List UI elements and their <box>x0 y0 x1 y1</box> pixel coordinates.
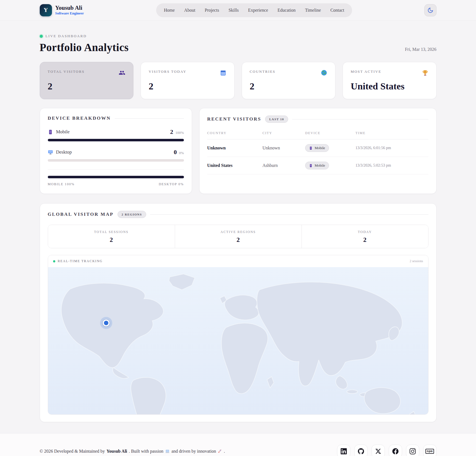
stat-value: 2 <box>48 81 126 92</box>
column-header-city: CITY <box>263 131 305 135</box>
device-percent: 100% <box>175 131 184 135</box>
laptop-icon <box>165 449 170 454</box>
theme-toggle-button[interactable] <box>424 4 437 16</box>
users-icon <box>119 69 125 76</box>
social-links: npm <box>337 445 437 456</box>
desktop-icon <box>48 150 53 155</box>
stat-card-visitors-today[interactable]: VISITORS TODAY 2 <box>141 62 235 99</box>
visitor-city: Ashburn <box>263 163 305 168</box>
sessions-count: 2 sessions <box>410 259 423 263</box>
trophy-icon <box>422 69 428 76</box>
divider <box>48 169 184 170</box>
visitor-country: Unknown <box>207 146 263 151</box>
recent-visitors-title: RECENT VISITORS <box>207 116 261 122</box>
nav-item-timeline[interactable]: Timeline <box>301 6 325 15</box>
x-icon <box>375 448 381 454</box>
divider <box>150 214 428 215</box>
logo[interactable]: Y <box>40 4 52 16</box>
author-name: Yousub Ali <box>106 449 127 454</box>
column-header-device: DEVICE <box>305 131 355 135</box>
table-row: United States Ashburn Mobile 13/3/2026, … <box>207 157 428 174</box>
stat-value: 2 <box>149 81 226 92</box>
site-footer: © 2026 Developed & Maintained by Yousub … <box>0 433 476 456</box>
column-header-country: COUNTRY <box>207 131 263 135</box>
device-row-mobile: Mobile 2 100% <box>48 128 184 141</box>
calendar-icon <box>220 69 226 76</box>
linkedin-icon <box>341 448 347 454</box>
stat-label: VISITORS TODAY <box>149 69 186 74</box>
tracking-status-dot <box>53 260 55 262</box>
nav-item-experience[interactable]: Experience <box>244 6 272 15</box>
github-button[interactable] <box>354 445 368 456</box>
rocket-icon <box>218 449 222 454</box>
combined-device-bar <box>48 176 184 178</box>
npm-button[interactable]: npm <box>423 445 437 456</box>
instagram-button[interactable] <box>406 445 419 456</box>
tracking-label: REAL-TIME TRACKING <box>58 259 103 263</box>
moon-icon <box>427 7 433 13</box>
device-label: Mobile <box>56 129 70 135</box>
mobile-progress-bar <box>48 139 184 141</box>
desktop-progress-bar <box>48 159 184 162</box>
mobile-icon <box>309 164 313 167</box>
recent-visitors-panel: RECENT VISITORS LAST 10 COUNTRY CITY DEV… <box>199 108 437 194</box>
facebook-button[interactable] <box>389 445 402 456</box>
device-count: 0 <box>174 149 177 156</box>
globe-icon <box>321 69 327 76</box>
mobile-icon <box>48 129 53 135</box>
device-chip: Mobile <box>305 144 329 152</box>
desktop-summary-label: DESKTOP 0% <box>159 182 184 186</box>
divider <box>115 118 184 119</box>
map-frame: REAL-TIME TRACKING 2 sessions <box>48 255 428 415</box>
map-stat-total-sessions: TOTAL SESSIONS 2 <box>48 225 175 248</box>
device-row-desktop: Desktop 0 0% <box>48 149 184 162</box>
npm-icon: npm <box>425 449 434 454</box>
regions-badge: 2 REGIONS <box>118 211 146 218</box>
nav-item-skills[interactable]: Skills <box>225 6 242 15</box>
stat-card-most-active[interactable]: MOST ACTIVE United States <box>343 62 437 99</box>
stat-value: 2 <box>250 81 328 92</box>
global-visitor-map-panel: GLOBAL VISITOR MAP 2 REGIONS TOTAL SESSI… <box>40 203 437 422</box>
stat-label: TOTAL VISITORS <box>48 69 85 74</box>
visitor-country: United States <box>207 163 263 168</box>
mobile-summary-label: MOBILE 100% <box>48 182 75 186</box>
brand-role: Software Engineer <box>55 11 84 16</box>
stat-label: MOST ACTIVE <box>351 69 381 74</box>
nav-item-about[interactable]: About <box>180 6 199 15</box>
column-header-time: TIME <box>355 131 428 135</box>
page-title: Portfolio Analytics <box>40 41 129 54</box>
page-head: LIVE DASHBOARD Portfolio Analytics Fri, … <box>40 34 437 54</box>
device-count: 2 <box>170 128 173 136</box>
instagram-icon <box>410 448 416 454</box>
brand[interactable]: Y Yousub Ali Software Engineer <box>40 4 84 16</box>
map-title: GLOBAL VISITOR MAP <box>48 212 114 217</box>
site-header: Y Yousub Ali Software Engineer Home Abou… <box>0 0 476 21</box>
main-nav: Home About Projects Skills Experience Ed… <box>156 3 352 17</box>
visitor-time: 13/3/2026, 5:02:53 pm <box>355 163 428 168</box>
table-row: Unknown Unknown Mobile 13/3/2026, 6:01:5… <box>207 139 428 157</box>
visitors-table: COUNTRY CITY DEVICE TIME Unknown Unknown… <box>207 129 428 174</box>
stat-card-countries[interactable]: COUNTRIES 2 <box>242 62 336 99</box>
device-percent: 0% <box>179 151 184 155</box>
nav-item-contact[interactable]: Contact <box>327 6 348 15</box>
stat-card-total-visitors[interactable]: TOTAL VISITORS 2 <box>40 62 134 99</box>
copyright-text: © 2026 Developed & Maintained by Yousub … <box>40 449 225 454</box>
device-breakdown-panel: DEVICE BREAKDOWN Mobile 2 100% <box>40 108 192 194</box>
nav-item-home[interactable]: Home <box>160 6 179 15</box>
x-twitter-button[interactable] <box>372 445 385 456</box>
live-status-dot <box>40 35 43 38</box>
live-badge: LIVE DASHBOARD <box>46 34 87 38</box>
device-label: Desktop <box>56 149 72 155</box>
mobile-icon <box>309 146 313 150</box>
linkedin-button[interactable] <box>337 445 350 456</box>
facebook-icon <box>392 448 398 454</box>
stat-label: COUNTRIES <box>250 69 276 74</box>
current-date: Fri, Mar 13, 2026 <box>405 47 436 54</box>
divider <box>292 119 428 119</box>
world-map[interactable] <box>48 267 428 414</box>
github-icon <box>358 448 364 454</box>
nav-item-education[interactable]: Education <box>274 6 300 15</box>
stat-value: United States <box>351 81 428 92</box>
nav-item-projects[interactable]: Projects <box>201 6 223 15</box>
last-10-badge: LAST 10 <box>265 116 288 123</box>
